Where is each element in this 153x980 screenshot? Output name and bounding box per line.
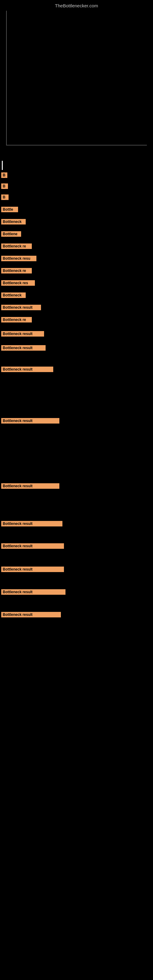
- list-item: Bottlene: [0, 231, 153, 237]
- list-item: Bottleneck result: [0, 305, 153, 310]
- list-item: Bottleneck result: [0, 589, 153, 595]
- list-item: Bottleneck result: [0, 612, 153, 617]
- list-item: Bottleneck re: [0, 268, 153, 274]
- list-item: Bottleneck: [0, 293, 153, 298]
- list-item: Bottle: [0, 207, 153, 212]
- list-item: Bottleneck result: [0, 566, 153, 572]
- list-item: B: [0, 172, 153, 178]
- list-item: Bottleneck res: [0, 280, 153, 286]
- list-item: Bottleneck result: [0, 418, 153, 423]
- list-item: Bottleneck re: [0, 243, 153, 249]
- list-item: Bottleneck result: [0, 331, 153, 337]
- list-item: Bottleneck: [0, 219, 153, 224]
- list-item: Bottleneck result: [0, 345, 153, 351]
- list-item: Bottleneck result: [0, 543, 153, 549]
- list-item: Bottleneck re: [0, 317, 153, 323]
- list-item: Bottleneck result: [0, 521, 153, 527]
- chart-area: [0, 11, 153, 158]
- list-item: B: [0, 194, 153, 200]
- list-item: B: [0, 183, 153, 189]
- list-item: Bottleneck result: [0, 483, 153, 489]
- site-title: TheBottlenecker.com: [0, 0, 153, 11]
- list-item: Bottleneck resu: [0, 256, 153, 261]
- cursor-indicator: [0, 161, 153, 170]
- list-item: Bottleneck result: [0, 367, 153, 372]
- chart-inner: [6, 11, 147, 145]
